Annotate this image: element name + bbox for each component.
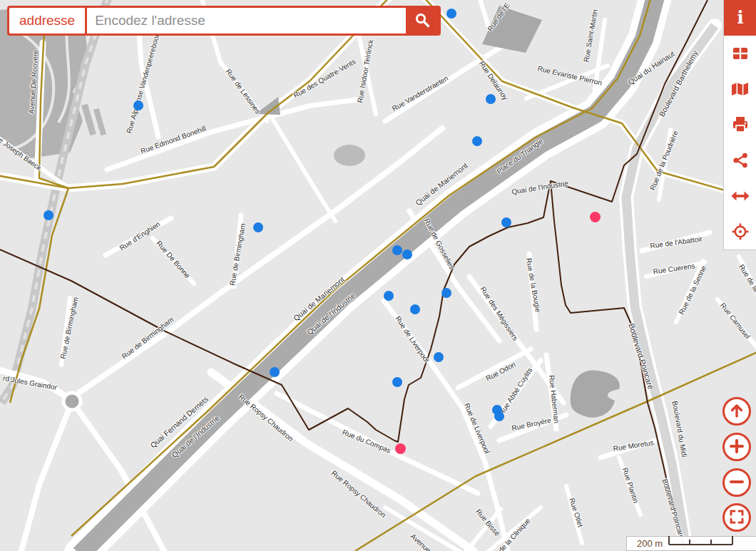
zoom-in-button[interactable] bbox=[722, 433, 751, 461]
marker-blue[interactable] bbox=[402, 249, 412, 259]
marker-pink[interactable] bbox=[395, 443, 406, 454]
marker-blue[interactable] bbox=[494, 411, 504, 421]
marker-blue[interactable] bbox=[253, 222, 263, 232]
roundabout bbox=[63, 393, 81, 410]
marker-blue[interactable] bbox=[270, 367, 280, 377]
building bbox=[334, 145, 365, 166]
address-search-bar: addresse bbox=[7, 6, 441, 36]
minus-icon bbox=[729, 474, 745, 492]
fullscreen-button[interactable] bbox=[722, 503, 751, 532]
sidebar-item-info[interactable]: i bbox=[724, 0, 756, 36]
arrows-horizontal-icon bbox=[731, 190, 750, 202]
info-icon: i bbox=[732, 8, 749, 28]
marker-blue[interactable] bbox=[44, 210, 53, 220]
search-button[interactable] bbox=[406, 8, 439, 34]
marker-blue[interactable] bbox=[486, 94, 496, 104]
sidebar-item-locate[interactable] bbox=[724, 214, 756, 249]
marker-blue[interactable] bbox=[441, 288, 451, 298]
map-icon bbox=[731, 81, 749, 98]
marker-blue[interactable] bbox=[501, 217, 511, 227]
marker-blue[interactable] bbox=[446, 9, 456, 19]
marker-blue[interactable] bbox=[472, 136, 482, 146]
table-icon bbox=[732, 45, 749, 62]
tools-sidebar: i bbox=[723, 0, 756, 250]
share-icon bbox=[732, 152, 749, 169]
print-icon bbox=[732, 116, 749, 133]
sidebar-item-share[interactable] bbox=[724, 143, 756, 178]
scale-text: 200 m bbox=[637, 538, 663, 549]
pan-up-button[interactable] bbox=[722, 397, 751, 426]
fullscreen-icon bbox=[729, 509, 745, 527]
search-input[interactable] bbox=[87, 8, 406, 34]
marker-blue[interactable] bbox=[434, 352, 444, 362]
marker-blue[interactable] bbox=[392, 377, 402, 387]
svg-text:i: i bbox=[737, 8, 743, 28]
map-canvas[interactable] bbox=[0, 0, 756, 551]
zoom-out-button[interactable] bbox=[722, 468, 751, 497]
marker-pink[interactable] bbox=[590, 212, 601, 222]
sidebar-item-resize-horizontal[interactable] bbox=[724, 178, 756, 214]
map-app: Avenue De Rooveree Joseph BaeckRue Alpho… bbox=[0, 0, 756, 551]
marker-blue[interactable] bbox=[133, 101, 143, 110]
search-icon bbox=[414, 11, 431, 31]
marker-blue[interactable] bbox=[384, 291, 394, 301]
sidebar-item-print[interactable] bbox=[724, 107, 756, 143]
sidebar-item-map[interactable] bbox=[724, 71, 756, 107]
search-label: addresse bbox=[9, 8, 87, 34]
scale-ruler bbox=[668, 535, 734, 549]
plus-icon bbox=[729, 438, 745, 456]
marker-blue[interactable] bbox=[410, 304, 420, 314]
scale-bar: 200 m bbox=[626, 536, 756, 551]
arrow-up-icon bbox=[729, 403, 745, 421]
sidebar-item-table[interactable] bbox=[724, 36, 756, 71]
marker-blue[interactable] bbox=[392, 245, 402, 255]
crosshair-icon bbox=[732, 223, 749, 240]
